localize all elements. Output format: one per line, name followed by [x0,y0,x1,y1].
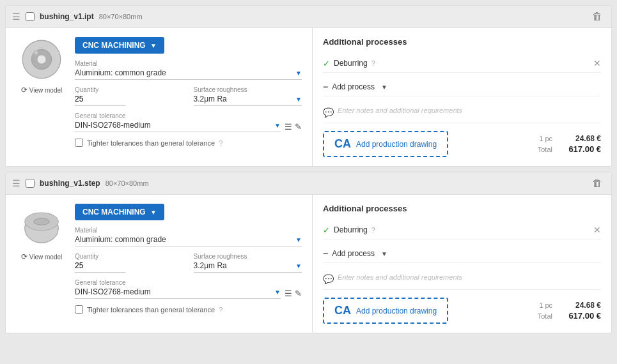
model-svg-2 [19,204,64,248]
pricing-2: 1 pc 24.68 € Total 617.00 € [538,301,601,321]
part-card-2: ☰ bushing_v1.step 80×70×80mm 🗑 ⟳ [5,172,612,333]
model-preview-1: ⟳ View model [16,37,67,157]
tolerance-list-icon-2[interactable]: ☰ [285,289,292,298]
view-model-text-1: View model [29,87,63,94]
two-col-1: Quantity Surface roughness 3.2μm Ra ▼ [75,86,302,106]
delete-button-1[interactable]: 🗑 [590,10,605,24]
surface-col-1: Surface roughness 3.2μm Ra ▼ [194,86,302,106]
config-panel-2: CNC MACHINING ▼ Material Aluminium: comm… [75,204,302,324]
tolerance-label-2: General tolerance [75,279,302,286]
cnc-button-1[interactable]: CNC MACHINING ▼ [75,37,164,54]
tolerance-edit-icon-2[interactable]: ✎ [295,289,302,298]
surface-label-2: Surface roughness [194,253,302,260]
view-model-icon-1: ⟳ [21,86,27,95]
filename-1: bushing_v1.ipt [40,12,94,21]
bottom-row-2: CA Add production drawing 1 pc 24.68 € T… [323,295,601,324]
view-model-icon-2: ⟳ [21,252,27,261]
material-value-1: Aluminium: common grade [75,68,166,77]
tighter-tolerance-label-2: Tighter tolerances than general toleranc… [87,306,215,314]
notes-icon-1: 💬 [323,107,334,118]
quantity-col-1: Quantity [75,86,184,106]
deburring-help-icon-1[interactable]: ? [371,59,375,67]
quantity-label-1: Quantity [75,86,184,93]
notes-area-2: 💬 Enter notes and additional requirement… [323,268,601,290]
price-total-row-1: Total 617.00 € [538,144,601,154]
quantity-col-2: Quantity [75,253,184,273]
deburring-help-icon-2[interactable]: ? [371,226,375,234]
drag-icon-2[interactable]: ☰ [12,178,20,188]
price-1pc-row-1: 1 pc 24.68 € [539,134,601,143]
prod-icon-2: CA [334,304,351,317]
delete-button-2[interactable]: 🗑 [590,176,605,190]
add-process-row-1[interactable]: − Add process ▼ [323,78,601,96]
card-body-1: ⟳ View model CNC MACHINING ▼ Material Al… [6,28,611,166]
file-dims-2: 80×70×80mm [105,179,149,187]
tighter-help-icon-1[interactable]: ? [219,139,223,147]
material-select-2[interactable]: Aluminium: common grade ▼ [75,235,302,246]
quantity-input-1[interactable] [75,95,126,106]
tolerance-value-1: DIN-ISO2768-medium [75,121,151,130]
quantity-label-2: Quantity [75,253,184,260]
quantity-input-2[interactable] [75,261,126,273]
tolerance-list-icon-1[interactable]: ☰ [285,122,292,132]
card-body-2: ⟳ View model CNC MACHINING ▼ Material Al… [6,195,611,333]
material-label-1: Material [75,60,302,67]
deburring-close-icon-1[interactable]: ✕ [593,58,601,68]
add-process-row-2[interactable]: − Add process ▼ [323,245,601,263]
price-1pc-label-1: 1 pc [539,135,552,142]
material-value-2: Aluminium: common grade [75,235,166,244]
view-model-link-1[interactable]: ⟳ View model [21,86,63,95]
production-drawing-btn-1[interactable]: CA Add production drawing [323,131,448,157]
left-panel-2: ⟳ View model CNC MACHINING ▼ Material Al… [6,195,313,333]
deburring-close-icon-2[interactable]: ✕ [593,225,601,235]
tolerance-edit-icon-1[interactable]: ✎ [295,122,302,132]
price-total-label-1: Total [538,146,552,153]
cnc-label-2: CNC MACHINING [82,208,146,216]
svg-point-3 [34,50,38,55]
tolerance-value-2: DIN-ISO2768-medium [75,287,151,296]
add-process-minus-icon-1: − [323,82,328,92]
price-1pc-label-2: 1 pc [539,301,552,309]
view-model-text-2: View model [29,254,63,261]
cnc-label-1: CNC MACHINING [82,41,146,50]
notes-icon-2: 💬 [323,274,334,284]
add-process-label-1: Add process [332,82,375,91]
tolerance-row-2: General tolerance DIN-ISO2768-medium ▼ ☰… [75,279,302,299]
filename-2: bushing_v1.step [40,179,100,188]
prod-icon-1: CA [334,137,351,151]
deburring-name-1: Deburring [334,59,368,68]
tighter-tolerance-row-2: Tighter tolerances than general toleranc… [75,305,302,314]
price-1pc-value-1: 24.68 € [563,134,601,143]
cnc-button-2[interactable]: CNC MACHINING ▼ [75,204,164,220]
material-row-1: Material Aluminium: common grade ▼ [75,60,302,80]
tighter-help-icon-2[interactable]: ? [219,306,223,314]
file-checkbox-1[interactable] [26,12,35,21]
add-process-label-2: Add process [332,249,375,258]
price-1pc-value-2: 24.68 € [563,301,601,310]
price-1pc-row-2: 1 pc 24.68 € [539,301,601,310]
file-checkbox-2[interactable] [26,179,35,188]
material-arrow-1: ▼ [295,70,302,77]
surface-value-1: 3.2μm Ra [194,95,227,103]
surface-select-1[interactable]: 3.2μm Ra ▼ [194,95,302,106]
svg-point-6 [34,218,50,225]
tolerance-arrow-2: ▼ [274,289,281,296]
bottom-row-1: CA Add production drawing 1 pc 24.68 € T… [323,128,601,157]
add-process-arrow-2: ▼ [381,250,387,257]
deburring-check-icon-2: ✓ [323,225,330,235]
tighter-tolerance-label-1: Tighter tolerances than general toleranc… [87,139,215,147]
cnc-dropdown-arrow-1: ▼ [150,42,157,49]
tolerance-select-2[interactable]: DIN-ISO2768-medium ▼ [75,287,281,299]
right-panel-1: Additional processes ✓ Deburring ? ✕ − A… [313,28,611,166]
price-total-row-2: Total 617.00 € [538,311,601,321]
tolerance-select-1[interactable]: DIN-ISO2768-medium ▼ [75,121,281,132]
drag-icon-1[interactable]: ☰ [12,11,20,22]
surface-value-2: 3.2μm Ra [194,261,227,270]
surface-select-2[interactable]: 3.2μm Ra ▼ [194,261,302,273]
tighter-tolerance-checkbox-2[interactable] [75,305,83,314]
pricing-1: 1 pc 24.68 € Total 617.00 € [538,134,601,154]
material-select-1[interactable]: Aluminium: common grade ▼ [75,68,302,80]
production-drawing-btn-2[interactable]: CA Add production drawing [323,298,448,324]
tighter-tolerance-checkbox-1[interactable] [75,139,83,147]
view-model-link-2[interactable]: ⟳ View model [21,252,63,261]
